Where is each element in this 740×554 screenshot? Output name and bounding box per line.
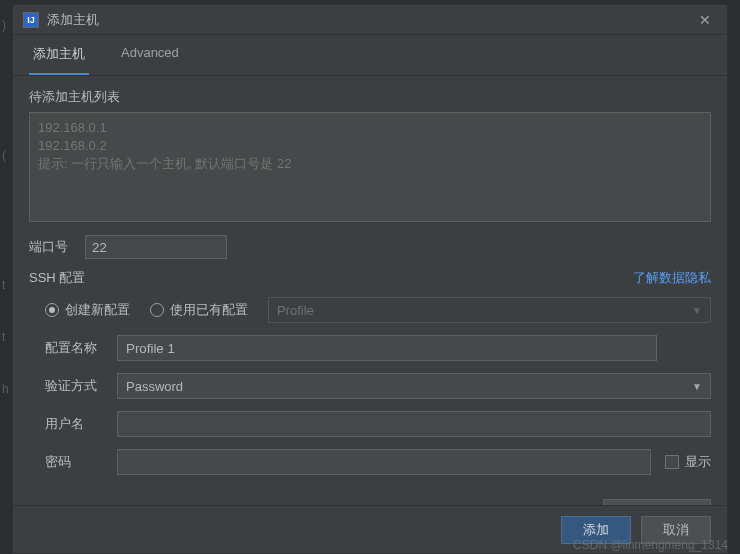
chevron-down-icon: ▼ bbox=[692, 305, 702, 316]
chevron-down-icon: ▼ bbox=[692, 381, 702, 392]
profile-select[interactable]: Profile ▼ bbox=[268, 297, 711, 323]
profile-select-value: Profile bbox=[277, 303, 314, 318]
show-password-checkbox[interactable] bbox=[665, 455, 679, 469]
titlebar: IJ 添加主机 ✕ bbox=[13, 5, 727, 35]
auth-method-value: Password bbox=[126, 379, 183, 394]
content-area: 待添加主机列表 端口号 SSH 配置 了解数据隐私 创建新配置 使用已有配置 P… bbox=[13, 76, 727, 505]
hostlist-textarea[interactable] bbox=[29, 112, 711, 222]
username-input[interactable] bbox=[117, 411, 711, 437]
privacy-link[interactable]: 了解数据隐私 bbox=[633, 269, 711, 287]
config-name-input[interactable] bbox=[117, 335, 657, 361]
hostlist-label: 待添加主机列表 bbox=[29, 88, 711, 106]
tab-add-host[interactable]: 添加主机 bbox=[29, 35, 89, 75]
radio-new-config-label[interactable]: 创建新配置 bbox=[65, 301, 130, 319]
dialog-window: IJ 添加主机 ✕ 添加主机 Advanced 待添加主机列表 端口号 SSH … bbox=[12, 4, 728, 554]
password-label: 密码 bbox=[45, 453, 117, 471]
radio-existing-config-label[interactable]: 使用已有配置 bbox=[170, 301, 248, 319]
radio-existing-config[interactable] bbox=[150, 303, 164, 317]
auth-method-select[interactable]: Password ▼ bbox=[117, 373, 711, 399]
radio-new-config[interactable] bbox=[45, 303, 59, 317]
password-input[interactable] bbox=[117, 449, 651, 475]
tabs: 添加主机 Advanced bbox=[13, 35, 727, 76]
auth-method-label: 验证方式 bbox=[45, 377, 117, 395]
port-label: 端口号 bbox=[29, 238, 85, 256]
username-label: 用户名 bbox=[45, 415, 117, 433]
port-input[interactable] bbox=[85, 235, 227, 259]
show-password-label[interactable]: 显示 bbox=[685, 453, 711, 471]
tab-advanced[interactable]: Advanced bbox=[117, 35, 183, 75]
watermark: CSDN @linmengmeng_1314 bbox=[573, 538, 728, 552]
app-icon: IJ bbox=[23, 12, 39, 28]
close-icon[interactable]: ✕ bbox=[693, 8, 717, 32]
config-name-label: 配置名称 bbox=[45, 339, 117, 357]
ssh-config-label: SSH 配置 bbox=[29, 269, 85, 287]
window-title: 添加主机 bbox=[47, 11, 693, 29]
